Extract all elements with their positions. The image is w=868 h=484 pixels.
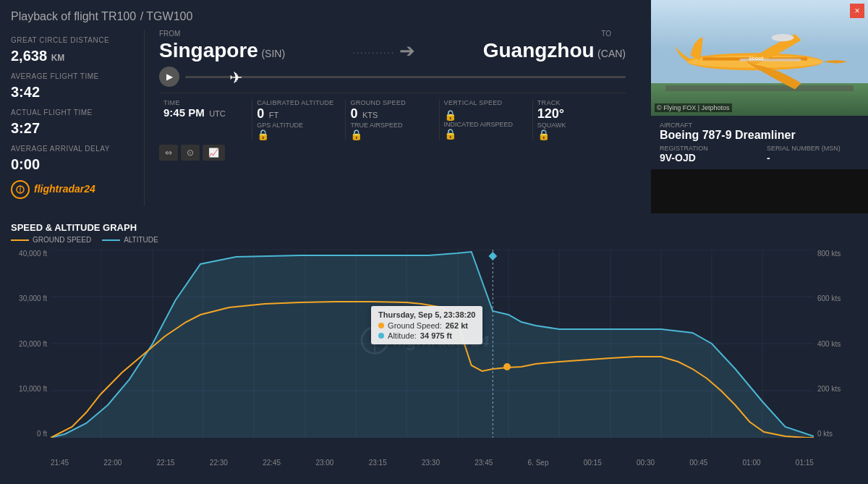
vs-lock-icon: 🔒 (444, 109, 528, 121)
y-right-2: 400 kts (817, 340, 841, 348)
legend-speed: GROUND SPEED (11, 236, 91, 244)
track-sub: SQUAWK (537, 122, 621, 129)
x-5: 23:00 (315, 459, 333, 467)
time-value-text: 9:45 PM (163, 106, 205, 119)
y-right-0: 800 kts (817, 250, 841, 258)
telem-altitude: CALIBRATED ALTITUDE 0 FT GPS ALTITUDE 🔒 (252, 99, 346, 140)
to-city-name: Guangzhou (483, 39, 595, 61)
chart-title: SPEED & ALTITUDE GRAPH (11, 222, 857, 233)
from-label: FROM (159, 30, 180, 38)
tooltip-speed-row: Ground Speed: 262 kt (378, 321, 475, 330)
great-circle-label: GREAT CIRCLE DISTANCE (11, 35, 137, 46)
legend-altitude-label: ALTITUDE (124, 236, 158, 244)
squawk-lock-icon: 🔒 (537, 129, 621, 140)
track-label: TRACK (537, 99, 621, 106)
play-button[interactable]: ▶ (159, 67, 179, 87)
actual-flight-value: 3:27 (11, 118, 137, 138)
logo-text: flightradar24 (34, 182, 95, 197)
time-value: 9:45 PM UTC (163, 106, 247, 119)
plane-on-track: ✈ (229, 69, 242, 88)
x-12: 00:45 (689, 459, 707, 467)
x-10: 00:15 (584, 459, 602, 467)
close-button[interactable]: × (850, 4, 864, 18)
flight-info-panel: Playback of flight TR100 / TGW100 GREAT … (0, 0, 651, 213)
aircraft-panel: scoot © Flying FOX | Jetphotos × AIRCRAF… (651, 0, 868, 213)
alt-label: CALIBRATED ALTITUDE (257, 99, 341, 106)
y-left-3: 10,000 ft (19, 385, 47, 393)
x-6: 23:15 (369, 459, 387, 467)
chart-canvas[interactable]: flightradar24 Thursday, Sep 5, 23:38:20 … (51, 250, 814, 438)
chart-wrapper: 40,000 ft 30,000 ft 20,000 ft 10,000 ft … (11, 250, 857, 456)
controls-row: ⇔ ⊙ 📈 (159, 145, 626, 161)
tooltip-title: Thursday, Sep 5, 23:38:20 (378, 310, 475, 319)
to-city-code: (CAN) (597, 48, 626, 59)
flight-title-text: Playback of flight TR100 (11, 10, 136, 22)
x-14: 01:15 (796, 459, 814, 467)
ias-lock-icon: 🔒 (444, 128, 528, 140)
alt-value: 0 (257, 106, 264, 121)
serial-value: - (767, 152, 859, 164)
x-9: 6. Sep (528, 459, 549, 467)
x-8: 23:45 (475, 459, 493, 467)
gs-lock-icon: 🔒 (350, 129, 434, 140)
track-value: 120° (537, 106, 621, 122)
reg-value: 9V-OJD (660, 152, 752, 164)
aircraft-value: Boeing 787-9 Dreamliner (660, 129, 859, 142)
ctrl-btn-1[interactable]: ⇔ (159, 145, 178, 161)
svg-marker-31 (488, 252, 497, 260)
avg-delay-value: 0:00 (11, 154, 137, 174)
avg-flight-label: AVERAGE FLIGHT TIME (11, 72, 137, 82)
svg-rect-4 (665, 85, 854, 91)
tooltip-alt-label: Altitude: (388, 331, 417, 340)
legend-altitude-line (102, 239, 120, 241)
reg-label: REGISTRATION (660, 145, 752, 152)
alt-value-row: 0 FT (257, 106, 341, 122)
ctrl-btn-3[interactable]: 📈 (203, 145, 225, 161)
serial-label: SERIAL NUMBER (MSN) (767, 145, 859, 152)
logo-icon (11, 180, 30, 199)
telem-groundspeed: GROUND SPEED 0 KTS TRUE AIRSPEED 🔒 (346, 99, 439, 140)
y-left-4: 0 ft (37, 430, 47, 438)
gs-value-row: 0 KTS (350, 106, 434, 122)
alt-unit: FT (269, 111, 278, 119)
left-stats: GREAT CIRCLE DISTANCE 2,638 KM AVERAGE F… (11, 30, 145, 206)
from-city: Singapore (SIN) (159, 39, 285, 62)
tooltip-alt-row: Altitude: 34 975 ft (378, 331, 475, 340)
svg-point-32 (503, 363, 511, 370)
ctrl-btn-2[interactable]: ⊙ (181, 145, 200, 161)
logo-area: flightradar24 (11, 174, 137, 199)
aircraft-image: scoot © Flying FOX | Jetphotos (651, 0, 868, 116)
tooltip-speed-dot (378, 323, 384, 328)
x-11: 00:30 (637, 459, 655, 467)
track-bar: ✈ (185, 76, 626, 78)
x-axis: 21:45 22:00 22:15 22:30 22:45 23:00 23:1… (51, 459, 814, 467)
aircraft-label: AIRCRAFT (660, 122, 859, 129)
registration-detail: REGISTRATION 9V-OJD (660, 145, 752, 164)
y-right-4: 0 kts (817, 430, 833, 438)
time-unit: UTC (209, 109, 226, 118)
vs-sub: INDICATED AIRSPEED (444, 121, 528, 128)
from-city-name: Singapore (159, 39, 258, 61)
y-right-3: 200 kts (817, 385, 841, 393)
chart-tooltip: Thursday, Sep 5, 23:38:20 Ground Speed: … (371, 306, 482, 344)
svg-point-8 (772, 34, 794, 41)
gs-sub: TRUE AIRSPEED (350, 122, 434, 129)
gs-unit: KTS (362, 111, 378, 119)
telem-vs: VERTICAL SPEED 🔒 INDICATED AIRSPEED 🔒 (440, 99, 533, 140)
x-3: 22:30 (210, 459, 228, 467)
y-right-1: 600 kts (817, 294, 841, 302)
to-city: Guangzhou (CAN) (483, 39, 626, 62)
great-circle-value: 2,638 KM (11, 46, 137, 66)
tooltip-speed-value: 262 kt (446, 321, 468, 330)
x-13: 01:00 (743, 459, 761, 467)
aircraft-details: AIRCRAFT Boeing 787-9 Dreamliner REGISTR… (651, 116, 868, 169)
legend-speed-label: GROUND SPEED (33, 236, 91, 244)
tooltip-alt-dot (378, 333, 384, 339)
photo-credit: © Flying FOX | Jetphotos (655, 103, 732, 112)
svg-rect-2 (651, 0, 868, 83)
time-label: TIME (163, 99, 247, 106)
y-left-0: 40,000 ft (19, 250, 47, 258)
x-7: 23:30 (422, 459, 440, 467)
telem-time: TIME 9:45 PM UTC (159, 99, 252, 140)
actual-flight-label: ACTUAL FLIGHT TIME (11, 108, 137, 118)
